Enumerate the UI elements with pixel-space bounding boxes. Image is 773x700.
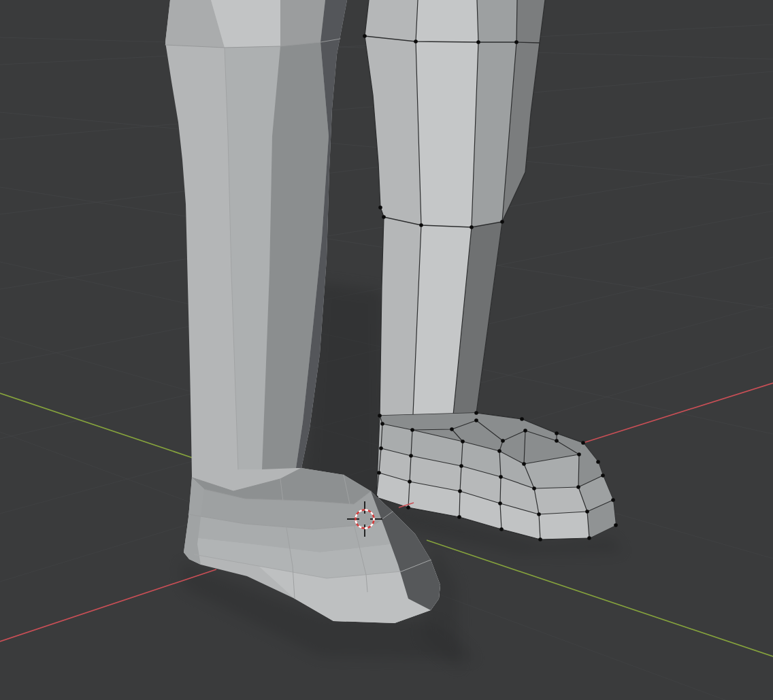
mesh-vertex[interactable] (474, 418, 478, 422)
mesh-vertex[interactable] (476, 40, 480, 44)
mesh-vertex[interactable] (499, 527, 504, 531)
mesh-vertex[interactable] (380, 422, 384, 426)
mesh-vertex[interactable] (414, 39, 418, 44)
mesh-vertex[interactable] (555, 439, 559, 443)
mesh-vertex[interactable] (585, 510, 589, 514)
mesh-vertex[interactable] (410, 428, 414, 432)
mesh-vertex[interactable] (537, 512, 541, 516)
mesh-vertex[interactable] (461, 439, 465, 444)
mesh-vertex[interactable] (611, 498, 615, 502)
mesh-vertex[interactable] (498, 501, 502, 505)
mesh-vertex[interactable] (378, 414, 382, 418)
mesh-vertex[interactable] (596, 460, 600, 464)
mesh-vertex[interactable] (458, 489, 462, 493)
mesh-vertex[interactable] (538, 537, 542, 541)
mesh-vertex[interactable] (555, 431, 559, 435)
mesh-vertex[interactable] (363, 34, 367, 38)
blender-3d-viewport[interactable] (0, 0, 773, 700)
mesh-vertex[interactable] (470, 225, 474, 229)
left-leg-face-knee-right[interactable] (280, 0, 325, 46)
mesh-vertex[interactable] (532, 486, 536, 490)
mesh-vertex[interactable] (576, 485, 580, 489)
mesh-vertex[interactable] (408, 480, 412, 484)
mesh-vertex[interactable] (450, 427, 454, 431)
mesh-vertex[interactable] (520, 417, 524, 421)
mesh-vertex[interactable] (581, 441, 585, 445)
mesh-vertex[interactable] (457, 515, 461, 519)
mesh-vertex[interactable] (409, 454, 413, 458)
mesh-vertex[interactable] (522, 462, 526, 466)
mesh-vertex[interactable] (500, 220, 504, 224)
mesh-vertex[interactable] (514, 40, 519, 44)
mesh-vertex[interactable] (459, 464, 463, 468)
mesh-vertex[interactable] (406, 505, 410, 510)
mesh-vertex[interactable] (587, 536, 591, 540)
mesh-vertex[interactable] (614, 523, 618, 527)
mesh-vertex[interactable] (379, 446, 383, 450)
mesh-vertex[interactable] (577, 452, 581, 456)
mesh-vertex[interactable] (419, 223, 423, 227)
viewport-canvas[interactable] (0, 0, 773, 700)
mesh-vertex[interactable] (382, 215, 386, 219)
mesh-vertex[interactable] (499, 475, 503, 479)
mesh-vertex[interactable] (377, 471, 381, 475)
mesh-vertex[interactable] (474, 411, 478, 415)
mesh-vertex[interactable] (501, 439, 505, 443)
mesh-vertex[interactable] (497, 449, 501, 453)
mesh-vertex[interactable] (523, 429, 527, 433)
mesh-vertex[interactable] (378, 205, 382, 210)
mesh-vertex[interactable] (601, 473, 605, 478)
